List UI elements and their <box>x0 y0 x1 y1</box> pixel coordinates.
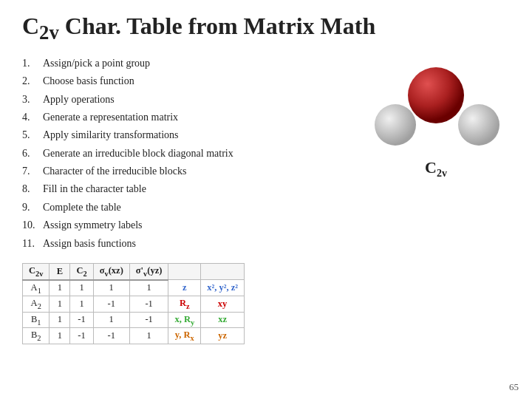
step-num-8: 8. <box>22 181 43 197</box>
step-text-10: Assign symmetry labels <box>43 217 143 233</box>
step-text-8: Fill in the character table <box>43 181 146 197</box>
step-num-11: 11. <box>22 236 43 252</box>
svg-point-0 <box>375 104 416 146</box>
step-num-6: 6. <box>22 146 43 162</box>
step-text-9: Complete the table <box>43 200 121 216</box>
step-4: 4. Generate a representation matrix <box>22 109 355 126</box>
step-text-4: Generate a representation matrix <box>43 109 178 126</box>
step-num-10: 10. <box>22 217 43 233</box>
page-title: C2v Char. Table from Matrix Math <box>22 13 510 44</box>
step-text-5: Apply similarity transformations <box>43 127 179 143</box>
table-row-B2: B2 1 -1 -1 1 y, Rx yz <box>23 328 245 344</box>
table-header-col7 <box>201 264 245 280</box>
table-header-col6 <box>168 264 201 280</box>
step-num-9: 9. <box>22 200 43 216</box>
table-cell-A1-sv-yz: 1 <box>129 280 168 296</box>
step-text-11: Assign basis functions <box>43 236 136 252</box>
character-table: C2v E C2 σv(xz) σ'v(yz) A1 1 <box>22 263 245 344</box>
step-8: 8. Fill in the character table <box>22 180 355 198</box>
step-7: 7. Character of the irreducible blocks <box>22 163 355 180</box>
table-cell-A1-E: 1 <box>50 280 70 296</box>
content-area: 1. Assign/pick a point group 2. Choose b… <box>22 55 510 344</box>
step-num-1: 1. <box>22 55 43 72</box>
table-cell-B2-label: B2 <box>23 328 50 344</box>
step-num-5: 5. <box>22 127 43 143</box>
svg-point-1 <box>458 104 499 146</box>
table-cell-B2-yRx: y, Rx <box>168 328 201 344</box>
table-cell-A2-E: 1 <box>50 296 70 313</box>
page: C2v Char. Table from Matrix Math 1. Assi… <box>0 0 532 399</box>
step-6: 6. Generate an irreducible block diagona… <box>22 145 355 163</box>
step-text-1: Assign/pick a point group <box>43 55 150 72</box>
table-cell-A1-label: A1 <box>23 280 50 296</box>
table-header-sv-xz: σv(xz) <box>93 264 129 280</box>
steps-list: 1. Assign/pick a point group 2. Choose b… <box>22 55 355 344</box>
step-text-3: Apply operations <box>43 92 115 108</box>
table-cell-A1-z: z <box>168 280 201 296</box>
step-num-2: 2. <box>22 73 43 89</box>
step-text-6: Generate an irreducible block diagonal m… <box>43 146 233 162</box>
table-cell-A2-label: A2 <box>23 296 50 313</box>
step-num-4: 4. <box>22 109 43 126</box>
step-11: 11. Assign basis functions <box>22 235 355 253</box>
table-header-group: C2v <box>23 264 50 280</box>
table-row-B1: B1 1 -1 1 -1 x, Ry xz <box>23 312 245 328</box>
step-9: 9. Complete the table <box>22 199 355 216</box>
page-number: 65 <box>509 381 519 393</box>
table-cell-B2-sv-xz: -1 <box>93 328 129 344</box>
table-cell-A2-xy: xy <box>201 296 245 313</box>
table-cell-A1-sv-xz: 1 <box>93 280 129 296</box>
table-cell-B1-label: B1 <box>23 312 50 328</box>
step-num-3: 3. <box>22 92 43 108</box>
table-header-E: E <box>50 264 70 280</box>
table-cell-A1-xyz2: x², y², z² <box>201 280 245 296</box>
step-10: 10. Assign symmetry labels <box>22 216 355 234</box>
table-cell-B2-yz: yz <box>201 328 245 344</box>
step-text-7: Character of the irreducible blocks <box>43 163 186 180</box>
table-cell-B1-E: 1 <box>50 312 70 328</box>
table-cell-A2-C2: 1 <box>70 296 93 313</box>
table-cell-B2-sv-yz: 1 <box>129 328 168 344</box>
table-cell-A2-Rz: Rz <box>168 296 201 313</box>
step-text-2: Choose basis function <box>43 73 134 89</box>
table-cell-B2-C2: -1 <box>70 328 93 344</box>
table-cell-B1-sv-yz: -1 <box>129 312 168 328</box>
table-header-sv-yz: σ'v(yz) <box>129 264 168 280</box>
table-cell-B2-E: 1 <box>50 328 70 344</box>
table-cell-B1-sv-xz: 1 <box>93 312 129 328</box>
c2v-label: C2v <box>425 158 447 180</box>
table-row-A1: A1 1 1 1 1 z x², y², z² <box>23 280 245 296</box>
molecule-illustration <box>369 62 502 158</box>
table-header-C2: C2 <box>70 264 93 280</box>
step-1: 1. Assign/pick a point group <box>22 55 355 72</box>
right-column: C2v <box>362 55 510 344</box>
table-cell-B1-xRy: x, Ry <box>168 312 201 328</box>
character-table-area: C2v E C2 σv(xz) σ'v(yz) A1 1 <box>22 263 355 344</box>
table-row-A2: A2 1 1 -1 -1 Rz xy <box>23 296 245 313</box>
table-cell-A1-C2: 1 <box>70 280 93 296</box>
step-2: 2. Choose basis function <box>22 72 355 90</box>
step-3: 3. Apply operations <box>22 91 355 109</box>
svg-point-2 <box>408 67 464 123</box>
step-5: 5. Apply similarity transformations <box>22 126 355 144</box>
table-cell-A2-sv-xz: -1 <box>93 296 129 313</box>
step-num-7: 7. <box>22 163 43 180</box>
table-cell-B1-xz: xz <box>201 312 245 328</box>
table-cell-B1-C2: -1 <box>70 312 93 328</box>
table-cell-A2-sv-yz: -1 <box>129 296 168 313</box>
